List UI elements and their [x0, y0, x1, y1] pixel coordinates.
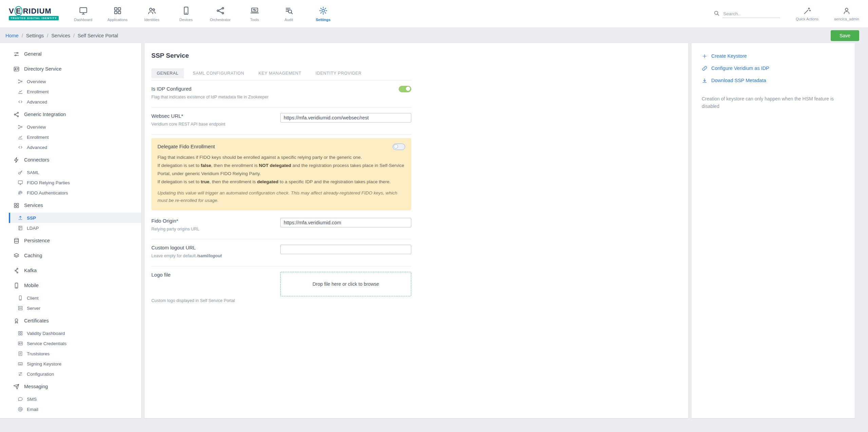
sidebar-item-integration-overview[interactable]: Overview	[9, 122, 141, 132]
phone-icon	[18, 295, 23, 301]
nav-settings[interactable]: Settings	[306, 0, 340, 27]
sidebar-item-persistence[interactable]: Persistence	[9, 233, 141, 248]
toggle-knob	[394, 144, 398, 149]
field-is-idp-configured: Is IDP Configured Flag that indicates ex…	[151, 80, 411, 107]
code-icon	[18, 145, 23, 150]
tab-identity-provider[interactable]: IDENTITY PROVIDER	[310, 68, 367, 78]
tab-key-management[interactable]: KEY MANAGEMENT	[253, 68, 307, 78]
sidebar-item-truststores[interactable]: Truststores	[9, 349, 141, 359]
applications-icon	[113, 6, 122, 15]
quick-actions-button[interactable]: Quick Actions	[796, 7, 818, 21]
chart-icon	[18, 89, 23, 94]
sidebar-item-messaging[interactable]: Messaging	[9, 379, 141, 394]
layers-icon	[13, 252, 20, 259]
monitor-icon	[18, 180, 23, 185]
sidebar-item-integration-advanced[interactable]: Advanced	[9, 142, 141, 152]
fido-origin-input[interactable]	[280, 218, 411, 227]
is-idp-toggle[interactable]	[399, 86, 411, 92]
orchestrator-icon	[216, 6, 225, 15]
save-button[interactable]: Save	[831, 30, 859, 41]
sidebar-item-kafka[interactable]: Kafka	[9, 263, 141, 278]
brand-tagline: TRUSTED DIGITAL IDENTITY	[9, 16, 59, 20]
sidebar-item-generic-integration[interactable]: Generic Integration	[9, 107, 141, 122]
breadcrumb: Home / Settings / Services / Self Servic…	[5, 33, 118, 38]
sidebar-item-validity-dashboard[interactable]: Validity Dashboard	[9, 328, 141, 338]
sidebar-item-services[interactable]: Services	[9, 198, 141, 213]
download-metadata-link[interactable]: Download SSP Metadata	[702, 76, 845, 84]
chart-icon	[18, 134, 23, 140]
user-icon	[843, 7, 851, 15]
breadcrumb-services[interactable]: Services	[51, 33, 70, 38]
sidebar-item-directory-enrollment[interactable]: Enrollment	[9, 87, 141, 97]
sidebar-item-client[interactable]: Client	[9, 293, 141, 303]
brand-name: VERIDIUM	[9, 7, 52, 15]
nav-orchestrator[interactable]: Orchestrator	[203, 0, 238, 27]
grid-icon	[13, 202, 20, 209]
sidebar-item-saml[interactable]: SAML	[9, 167, 141, 177]
custom-logout-description: Leave empty for default /saml/logout	[151, 253, 280, 259]
sidebar-item-configuration[interactable]: Configuration	[9, 369, 141, 379]
create-keystore-link[interactable]: Create Keystore	[702, 52, 845, 60]
logo-file-label: Logo file	[151, 272, 280, 278]
share-icon	[13, 111, 20, 118]
sidebar-item-fido-authenticators[interactable]: FIDO Authenticators	[9, 188, 141, 198]
sidebar-item-integration-enrollment[interactable]: Enrollment	[9, 132, 141, 142]
divider	[151, 134, 411, 135]
user-menu[interactable]: aencica_admin	[834, 7, 859, 21]
database-icon	[13, 238, 20, 244]
sidebar-item-ldap[interactable]: LDAP	[9, 223, 141, 233]
sidebar-item-general[interactable]: General	[9, 46, 141, 61]
notes-icon	[18, 351, 23, 356]
nav-tools[interactable]: Tools	[238, 0, 272, 27]
sidebar-item-server[interactable]: Server	[9, 303, 141, 313]
plus-icon	[702, 53, 707, 59]
devices-icon	[182, 6, 191, 15]
settings-sidebar: General Directory Service Overview Enrol…	[0, 43, 141, 418]
sidebar-item-caching[interactable]: Caching	[9, 248, 141, 263]
sidebar-item-signing-keystore[interactable]: Signing Keystore	[9, 359, 141, 369]
nav-dashboard[interactable]: Dashboard	[66, 0, 100, 27]
sidebar-item-directory-overview[interactable]: Overview	[9, 76, 141, 87]
nav-applications[interactable]: Applications	[100, 0, 135, 27]
key-icon	[18, 170, 23, 175]
search-input[interactable]	[722, 10, 780, 18]
breadcrumb-settings[interactable]: Settings	[26, 33, 44, 38]
sidebar-item-certificates[interactable]: Certificates	[9, 313, 141, 328]
breadcrumb-home[interactable]: Home	[5, 33, 19, 38]
sidebar-item-directory-advanced[interactable]: Advanced	[9, 97, 141, 107]
link-icon	[702, 65, 707, 71]
delegate-fido-highlight-box: Delegate Fido Enrollment Flag that indic…	[151, 138, 411, 210]
logo-dropzone[interactable]: Drop file here or click to browse	[280, 272, 411, 296]
zap-icon	[13, 157, 20, 163]
page-title: SSP Service	[151, 52, 680, 59]
top-navbar: VERIDIUM TRUSTED DIGITAL IDENTITY Dashbo…	[0, 0, 868, 28]
sidebar-item-mobile[interactable]: Mobile	[9, 278, 141, 293]
nodes-icon	[18, 79, 23, 84]
sidebar-item-sms[interactable]: SMS	[9, 394, 141, 404]
websec-url-input[interactable]	[280, 113, 411, 123]
kafka-icon	[13, 267, 20, 274]
sidebar-item-service-credentials[interactable]: Service Credentials	[9, 338, 141, 349]
delegate-fido-label: Delegate Fido Enrollment	[157, 144, 215, 149]
id-card-icon	[13, 66, 20, 72]
sidebar-item-connectors[interactable]: Connectors	[9, 152, 141, 167]
nodes-icon	[18, 124, 23, 130]
audit-icon	[284, 6, 294, 15]
tab-saml-configuration[interactable]: SAML CONFIGURATION	[187, 68, 250, 78]
breadcrumb-current: Self Service Portal	[78, 33, 118, 38]
configure-idp-link[interactable]: Configure Veridium as IDP	[702, 64, 845, 72]
delegate-fido-description: Flag that indicates if FIDO keys should …	[157, 153, 405, 186]
nav-audit[interactable]: Audit	[272, 0, 306, 27]
delegate-fido-toggle[interactable]	[393, 144, 405, 150]
veridium-logo[interactable]: VERIDIUM TRUSTED DIGITAL IDENTITY	[9, 7, 59, 20]
nav-devices[interactable]: Devices	[169, 0, 203, 27]
tab-general[interactable]: GENERAL	[151, 68, 184, 78]
certificate-icon	[13, 318, 20, 324]
sidebar-item-ssp[interactable]: SSP	[9, 213, 141, 223]
nav-identities[interactable]: Identities	[135, 0, 169, 27]
sidebar-item-email[interactable]: Email	[9, 404, 141, 414]
sidebar-item-directory-service[interactable]: Directory Service	[9, 61, 141, 76]
sidebar-item-fido-relying-parties[interactable]: FIDO Relying Parties	[9, 177, 141, 188]
search-icon	[713, 10, 720, 16]
custom-logout-input[interactable]	[280, 245, 411, 254]
